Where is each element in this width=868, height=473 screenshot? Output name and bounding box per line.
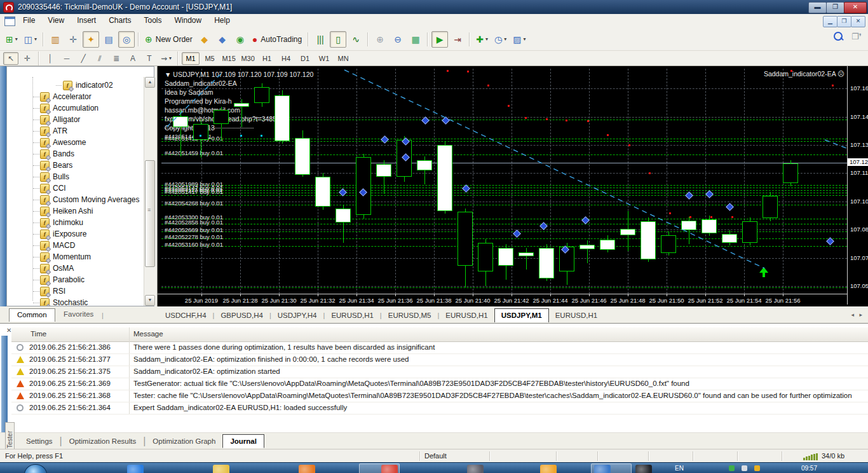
taskbar-app-icon[interactable] bbox=[381, 465, 398, 473]
timeframe-mn-button[interactable]: MN bbox=[334, 52, 352, 65]
navigator-item-accelerator[interactable]: ƒAccelerator bbox=[7, 91, 144, 102]
navigator-tab-favorites[interactable]: Favorites bbox=[56, 308, 101, 322]
minimize-button[interactable]: ▬ bbox=[808, 2, 827, 13]
taskbar-app-icon[interactable] bbox=[127, 465, 144, 473]
bar-chart-button[interactable]: ||| bbox=[312, 31, 329, 48]
taskbar-app-icon[interactable] bbox=[540, 465, 557, 473]
crosshair-button[interactable]: ✛ bbox=[20, 52, 35, 65]
navigator-tab-common[interactable]: Common bbox=[9, 308, 55, 322]
metaeditor-button[interactable]: ◆ bbox=[196, 31, 213, 48]
menu-item-charts[interactable]: Charts bbox=[102, 14, 137, 27]
tester-tab-optimization-results[interactable]: Optimization Results bbox=[62, 435, 143, 448]
vertical-line-button[interactable]: │ bbox=[43, 52, 58, 65]
autoscroll-button[interactable]: ▶ bbox=[431, 31, 448, 48]
chart-tabs-scroll-icons[interactable]: ◂ ▸ bbox=[851, 312, 864, 318]
search-icon[interactable] bbox=[834, 32, 843, 43]
child-restore-button[interactable]: ❐ bbox=[837, 16, 851, 27]
journal-row[interactable]: 2019.06.25 21:56:21.375Saddam_indicator0… bbox=[11, 366, 868, 378]
timeframe-h1-button[interactable]: H1 bbox=[258, 52, 276, 65]
tester-tab-optimization-graph[interactable]: Optimization Graph bbox=[146, 435, 222, 448]
terminal-button[interactable]: ▤ bbox=[100, 31, 117, 48]
journal-row[interactable]: 2019.06.25 21:56:21.377Saddam_indicator0… bbox=[11, 353, 868, 366]
chart-window[interactable]: ▼ USDJPY,M1 107.109 107.120 107.109 107.… bbox=[157, 66, 868, 306]
chart-tab-usdjpy-m1[interactable]: USDJPY,M1 bbox=[494, 308, 549, 322]
line-chart-button[interactable]: ∿ bbox=[348, 31, 364, 48]
experts-button[interactable]: ◆ bbox=[214, 31, 231, 48]
zoom-in-button[interactable]: ⊕ bbox=[372, 31, 388, 48]
candlestick-button[interactable]: ▯ bbox=[330, 31, 346, 48]
taskbar-app-icon[interactable] bbox=[213, 465, 229, 473]
timeframe-d1-button[interactable]: D1 bbox=[296, 52, 314, 65]
journal-row[interactable]: 2019.06.25 21:56:21.364Expert Saddam_ind… bbox=[11, 402, 868, 415]
navigator-item-stochastic[interactable]: ƒStochastic bbox=[7, 297, 144, 306]
chart-tab-usdjpy-h4[interactable]: USDJPY,H4 bbox=[271, 309, 323, 323]
tray-icon[interactable] bbox=[754, 465, 760, 471]
timeframe-m15-button[interactable]: M15 bbox=[220, 52, 238, 65]
data-window-button[interactable]: ✛ bbox=[65, 31, 81, 48]
navigator-item-rsi[interactable]: ƒRSI bbox=[7, 285, 144, 297]
periods-button[interactable]: ◷▾ bbox=[492, 31, 509, 48]
menu-item-file[interactable]: File bbox=[17, 14, 41, 27]
horizontal-line-button[interactable]: ─ bbox=[59, 52, 74, 65]
new-chart-button[interactable]: ⊞▾ bbox=[3, 31, 20, 48]
chat-icon[interactable]: ❐❜ bbox=[851, 32, 862, 41]
menu-item-window[interactable]: Window bbox=[168, 14, 208, 27]
taskbar-app-icon[interactable] bbox=[594, 465, 611, 473]
navigator-item-iexposure[interactable]: ƒiExposure bbox=[7, 228, 144, 240]
tester-side-tab[interactable]: Tester bbox=[5, 422, 15, 450]
navigator-button[interactable]: ✦ bbox=[83, 31, 99, 48]
navigator-item-momentum[interactable]: ƒMomentum bbox=[7, 251, 144, 263]
navigator-item-bands[interactable]: ƒBands bbox=[7, 148, 144, 160]
navigator-item-awesome[interactable]: ƒAwesome bbox=[7, 137, 144, 148]
taskbar-app-icon[interactable] bbox=[467, 465, 484, 473]
navigator-item-atr[interactable]: ƒATR bbox=[7, 125, 144, 137]
navigator-item-bulls[interactable]: ƒBulls bbox=[7, 171, 144, 182]
start-button[interactable] bbox=[24, 464, 47, 473]
autotrading-button[interactable]: ●AutoTrading bbox=[250, 31, 304, 48]
signals-button[interactable]: ◉ bbox=[232, 31, 248, 48]
menu-item-tools[interactable]: Tools bbox=[138, 14, 168, 27]
tester-button[interactable]: ◎ bbox=[118, 31, 135, 48]
status-profile[interactable]: Default bbox=[424, 452, 447, 460]
tile-windows-button[interactable]: ▦ bbox=[407, 31, 424, 48]
navigator-item-parabolic[interactable]: ƒParabolic bbox=[7, 274, 144, 285]
chart-tab-eurusd-h1[interactable]: EURUSD,H1 bbox=[325, 309, 379, 323]
chart-tab-eurusd-m5[interactable]: EURUSD,M5 bbox=[382, 309, 438, 323]
profiles-button[interactable]: ◫▾ bbox=[22, 31, 39, 48]
market-watch-button[interactable]: ▥ bbox=[47, 31, 64, 48]
navigator-item-osma[interactable]: ƒOsMA bbox=[7, 263, 144, 274]
navigator-item-macd[interactable]: ƒMACD bbox=[7, 240, 144, 251]
journal-row[interactable]: 2019.06.25 21:56:21.386There were 1 pass… bbox=[11, 341, 868, 354]
child-minimize-button[interactable]: ▁ bbox=[823, 16, 837, 27]
language-indicator[interactable]: EN bbox=[675, 465, 684, 472]
new-order-button[interactable]: ⊕New Order bbox=[142, 31, 195, 48]
child-close-button[interactable]: ✕ bbox=[851, 16, 865, 27]
text-button[interactable]: A bbox=[125, 52, 140, 65]
fibonacci-button[interactable]: ≣ bbox=[109, 52, 124, 65]
chart-tab-gbpusd-h4[interactable]: GBPUSD,H4 bbox=[214, 309, 269, 323]
maximize-button[interactable]: ❐ bbox=[826, 2, 844, 13]
arrows-button[interactable]: ⇝▾ bbox=[158, 52, 174, 65]
timeframe-h4-button[interactable]: H4 bbox=[277, 52, 295, 65]
tester-tab-settings[interactable]: Settings bbox=[19, 435, 60, 448]
tray-icon[interactable] bbox=[742, 465, 747, 471]
templates-button[interactable]: ▨▾ bbox=[510, 31, 528, 48]
scroll-down-icon[interactable]: ▼ bbox=[145, 295, 155, 306]
navigator-item-heiken-ashi[interactable]: ƒHeiken Ashi bbox=[7, 205, 144, 217]
timeframe-m30-button[interactable]: M30 bbox=[239, 52, 257, 65]
taskbar-clock[interactable]: 09:57 bbox=[801, 465, 817, 472]
taskbar-app-icon[interactable] bbox=[635, 465, 652, 473]
menu-item-insert[interactable]: Insert bbox=[71, 14, 102, 27]
timeframe-m5-button[interactable]: M5 bbox=[201, 52, 219, 65]
chart-plot-area[interactable]: ▼ USDJPY,M1 107.109 107.120 107.109 107.… bbox=[161, 69, 847, 294]
taskbar-app-icon[interactable] bbox=[299, 465, 315, 473]
indicators-button[interactable]: ✚▾ bbox=[473, 31, 491, 48]
zoom-out-button[interactable]: ⊖ bbox=[390, 31, 406, 48]
menu-item-view[interactable]: View bbox=[41, 14, 71, 27]
scroll-up-icon[interactable]: ▲ bbox=[145, 77, 155, 88]
cursor-button[interactable]: ↖ bbox=[3, 52, 18, 65]
tray-icon[interactable] bbox=[729, 465, 735, 471]
journal-row[interactable]: 2019.06.25 21:56:21.369TestGenerator: ac… bbox=[11, 378, 868, 390]
navigator-scrollbar[interactable]: ▲ ▼ bbox=[144, 77, 154, 306]
navigator-item-cci[interactable]: ƒCCI bbox=[7, 182, 144, 194]
